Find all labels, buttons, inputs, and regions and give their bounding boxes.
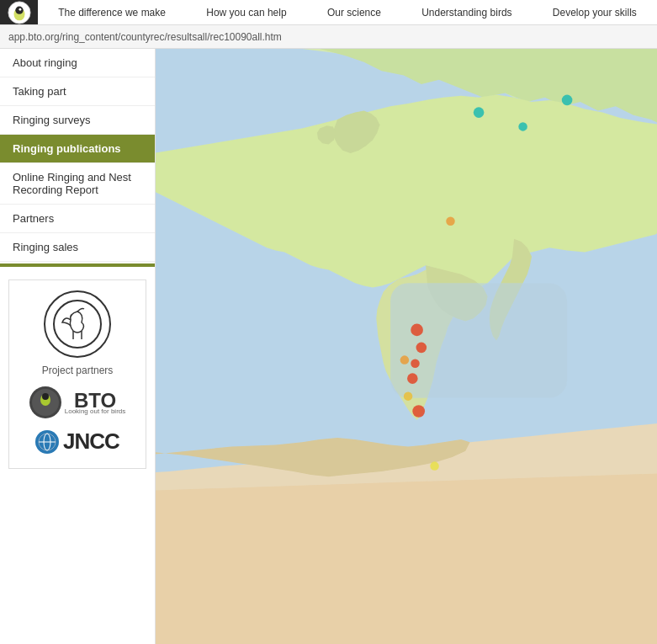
nav-difference-link[interactable]: The difference we make xyxy=(51,0,172,24)
nav-science-link[interactable]: Our science xyxy=(321,0,388,24)
sidebar-item-ringing-sales[interactable]: Ringing sales xyxy=(0,233,155,262)
svg-point-24 xyxy=(400,355,410,365)
sidebar-item-partners[interactable]: Partners xyxy=(0,205,155,233)
svg-point-26 xyxy=(412,405,425,418)
svg-point-18 xyxy=(562,95,573,106)
sidebar-item-ringing-publications[interactable]: Ringing publications xyxy=(0,135,155,163)
svg-point-23 xyxy=(407,373,418,384)
nav-links: The difference we make How you can help … xyxy=(38,0,657,24)
bto-logo[interactable]: BTO Looking out for birds xyxy=(19,386,135,418)
url-bar: app.bto.org/ring_content/countyrec/resul… xyxy=(0,25,657,49)
partners-title: Project partners xyxy=(19,365,135,376)
main-layout: About ringing Taking part Ringing survey… xyxy=(0,49,657,644)
svg-point-9 xyxy=(42,393,49,400)
site-logo[interactable] xyxy=(0,0,38,24)
nav-skills-link[interactable]: Develop your skills xyxy=(546,0,644,24)
svg-point-4 xyxy=(54,301,101,348)
partners-box: Project partners BTO Looking out for bir… xyxy=(8,279,146,469)
bto-tagline: Looking out for birds xyxy=(65,407,126,415)
sidebar-divider xyxy=(0,263,155,267)
svg-point-17 xyxy=(518,122,527,131)
sidebar-item-taking-part[interactable]: Taking part xyxy=(0,77,155,106)
jncc-logo[interactable]: JNCC xyxy=(19,428,135,455)
sidebar-item-online-report[interactable]: Online Ringing and Nest Recording Report xyxy=(0,163,155,205)
svg-point-20 xyxy=(411,324,423,337)
url-text: app.bto.org/ring_content/countyrec/resul… xyxy=(8,31,282,43)
sidebar-item-ringing-surveys[interactable]: Ringing surveys xyxy=(0,106,155,135)
sidebar-item-about-ringing[interactable]: About ringing xyxy=(0,49,155,77)
svg-point-27 xyxy=(430,461,438,471)
svg-point-25 xyxy=(404,391,413,401)
bird-logo xyxy=(44,290,111,358)
sidebar: About ringing Taking part Ringing survey… xyxy=(0,49,156,644)
svg-point-3 xyxy=(19,8,21,10)
top-navigation: The difference we make How you can help … xyxy=(0,0,657,25)
svg-point-19 xyxy=(446,217,455,226)
svg-point-22 xyxy=(411,359,420,369)
nav-understanding-link[interactable]: Understanding birds xyxy=(415,0,518,24)
map-container: Encountered here in: Winter (Nov-Feb); S… xyxy=(156,49,657,644)
jncc-text: JNCC xyxy=(63,428,119,455)
svg-point-16 xyxy=(474,107,485,118)
svg-point-21 xyxy=(416,343,427,354)
nav-help-link[interactable]: How you can help xyxy=(199,0,293,24)
